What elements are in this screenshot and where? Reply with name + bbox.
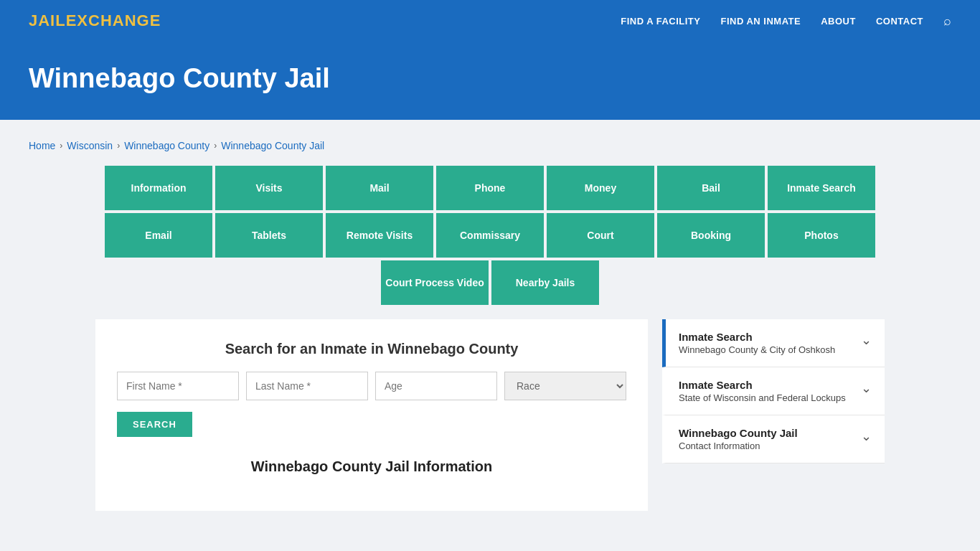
nav-about[interactable]: ABOUT [821, 16, 856, 27]
sidebar-item-subtitle: Winnebago County & City of Oshkosh [679, 344, 835, 355]
btn-mail[interactable]: Mail [326, 166, 433, 210]
sidebar-inmate-search-2[interactable]: Inmate Search State of Wisconsin and Fed… [662, 367, 885, 415]
first-name-input[interactable] [117, 372, 239, 400]
btn-phone[interactable]: Phone [436, 166, 544, 210]
search-button[interactable]: SEARCH [117, 412, 192, 437]
btn-photos[interactable]: Photos [768, 213, 875, 258]
nav-find-inmate[interactable]: FIND AN INMATE [720, 16, 801, 27]
hero-banner: Winnebago County Jail [0, 42, 980, 120]
btn-court-process-video[interactable]: Court Process Video [381, 260, 489, 305]
sidebar-item-subtitle: State of Wisconsin and Federal Lockups [679, 392, 846, 403]
chevron-down-icon: ⌄ [861, 332, 872, 348]
category-button-grid: InformationVisitsMailPhoneMoneyBailInmat… [95, 166, 885, 305]
btn-remote-visits[interactable]: Remote Visits [326, 213, 433, 258]
btn-money[interactable]: Money [547, 166, 654, 210]
sidebar-item-title: Winnebago County Jail [679, 427, 798, 439]
chevron-down-icon: ⌄ [861, 380, 872, 396]
info-heading: Winnebago County Jail Information [117, 458, 626, 475]
btn-information[interactable]: Information [105, 166, 212, 210]
search-panel: Search for an Inmate in Winnebago County… [95, 319, 648, 511]
btn-commissary[interactable]: Commissary [436, 213, 544, 258]
btn-tablets[interactable]: Tablets [215, 213, 323, 258]
breadcrumb: Home › Wisconsin › Winnebago County › Wi… [29, 133, 951, 166]
breadcrumb-home[interactable]: Home [29, 140, 55, 151]
sidebar-inmate-search-1[interactable]: Inmate Search Winnebago County & City of… [662, 319, 885, 367]
logo-jail: JAIL [29, 11, 66, 29]
search-inputs: RaceWhiteBlackHispanicAsianOther [117, 372, 626, 400]
btn-nearby-jails[interactable]: Nearby Jails [491, 260, 599, 305]
breadcrumb-jail[interactable]: Winnebago County Jail [221, 140, 324, 151]
main-content: Home › Wisconsin › Winnebago County › Wi… [0, 120, 980, 532]
breadcrumb-wisconsin[interactable]: Wisconsin [67, 140, 113, 151]
last-name-input[interactable] [246, 372, 368, 400]
race-select[interactable]: RaceWhiteBlackHispanicAsianOther [504, 372, 626, 400]
navbar-links: FIND A FACILITY FIND AN INMATE ABOUT CON… [621, 14, 951, 29]
btn-visits[interactable]: Visits [215, 166, 323, 210]
btn-bail[interactable]: Bail [657, 166, 765, 210]
navbar: JAILEXCHANGE FIND A FACILITY FIND AN INM… [0, 0, 980, 42]
breadcrumb-sep-1: › [60, 141, 62, 151]
btn-inmate-search[interactable]: Inmate Search [768, 166, 875, 210]
nav-find-facility[interactable]: FIND A FACILITY [621, 16, 700, 27]
sidebar-item-title: Inmate Search [679, 379, 846, 391]
site-logo[interactable]: JAILEXCHANGE [29, 11, 161, 30]
nav-contact[interactable]: CONTACT [876, 16, 923, 27]
sidebar-contact-info[interactable]: Winnebago County Jail Contact Informatio… [662, 415, 885, 463]
chevron-down-icon: ⌄ [861, 428, 872, 444]
btn-booking[interactable]: Booking [657, 213, 765, 258]
age-input[interactable] [375, 372, 497, 400]
breadcrumb-sep-2: › [117, 141, 120, 151]
sidebar: Inmate Search Winnebago County & City of… [662, 319, 885, 511]
bottom-section: Search for an Inmate in Winnebago County… [95, 319, 885, 511]
sidebar-item-title: Inmate Search [679, 331, 835, 343]
logo-exchange: EXCHANGE [66, 11, 161, 29]
sidebar-item-subtitle: Contact Information [679, 441, 798, 451]
search-heading: Search for an Inmate in Winnebago County [117, 341, 626, 357]
btn-court[interactable]: Court [547, 213, 654, 258]
btn-email[interactable]: Email [105, 213, 212, 258]
search-icon[interactable]: ⌕ [943, 14, 951, 29]
breadcrumb-sep-3: › [214, 141, 217, 151]
breadcrumb-winnebago-county[interactable]: Winnebago County [124, 140, 209, 151]
page-title: Winnebago County Jail [29, 63, 951, 94]
